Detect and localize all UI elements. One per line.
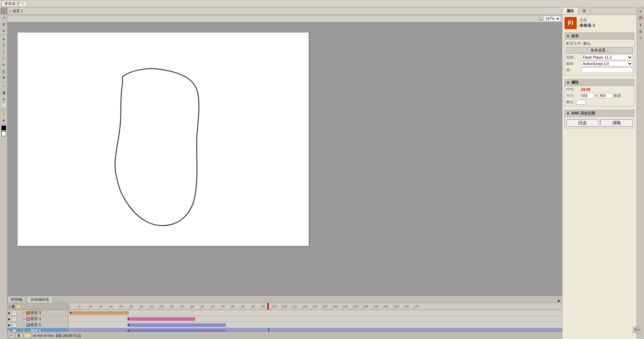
- tool-eraser[interactable]: ⬜: [1, 102, 7, 108]
- playhead-6: [268, 328, 269, 332]
- swf-section-header[interactable]: ▼ SWF 历史记录: [564, 110, 635, 117]
- layer-lock-4[interactable]: ·: [17, 317, 21, 321]
- layer-vis-3[interactable]: ●: [12, 311, 16, 315]
- tab-close[interactable]: ×: [22, 2, 24, 5]
- height-input[interactable]: [599, 93, 612, 98]
- fps-value: 24.00: [581, 87, 591, 91]
- layer-vis-5[interactable]: ●: [12, 323, 16, 327]
- tool-bone[interactable]: ⑃: [1, 83, 7, 89]
- timeline-ruler: [68, 303, 562, 310]
- frame-bar-6: [128, 330, 226, 332]
- layer-lock-5[interactable]: ·: [17, 323, 21, 327]
- timeline-content: + 🗑 📁 ▶ ● · □ 图层 3: [7, 303, 562, 332]
- target-select[interactable]: Flash Player 11.2: [581, 55, 633, 60]
- tool-zoom[interactable]: ⊕: [1, 117, 7, 123]
- timeline-collapse-icon[interactable]: ▲: [557, 298, 561, 303]
- tool-lasso[interactable]: ⌀: [1, 27, 7, 34]
- size-x-separator: x: [595, 93, 597, 98]
- tool-rect[interactable]: □: [1, 55, 7, 61]
- add-folder-btn[interactable]: 📁: [24, 333, 31, 338]
- publish-section: ▼ 发布 配置文件: 默认 发布设置... 目标: Flash Player 1…: [564, 33, 635, 76]
- layer-outline-4[interactable]: □: [22, 317, 26, 321]
- layer-name-6[interactable]: 图层 6: [30, 329, 67, 332]
- layer-name-4[interactable]: 图层 4: [30, 316, 67, 321]
- width-input[interactable]: [580, 93, 594, 98]
- scene-home-icon[interactable]: ⌂: [9, 9, 11, 14]
- zoom-select[interactable]: 50% 75% 100% 150% 197% 200% 300% 400%: [543, 16, 561, 21]
- tool-hand[interactable]: ✋: [1, 111, 7, 117]
- layer-expand-5[interactable]: ▶: [8, 323, 12, 327]
- new-layer-btn[interactable]: +: [9, 333, 14, 338]
- ri-properties-btn[interactable]: ≡: [638, 8, 644, 14]
- layer-row-3: ▶ ● · □ 图层 3: [7, 310, 68, 316]
- tool-subselect[interactable]: ↗: [1, 15, 7, 21]
- ri-library-btn[interactable]: 📚: [638, 15, 644, 21]
- tool-arrow[interactable]: ↖: [1, 8, 7, 14]
- canvas-area[interactable]: [7, 22, 562, 295]
- size-row: 大小: x 像素: [566, 93, 633, 98]
- size-label: 大小:: [566, 93, 580, 98]
- layer-outline-3[interactable]: □: [22, 311, 26, 315]
- layer-expand-4[interactable]: ▶: [8, 317, 12, 321]
- script-row: 脚本: ActionScript 3.0: [566, 61, 633, 66]
- script-select[interactable]: ActionScript 3.0: [581, 61, 633, 66]
- tool-deco[interactable]: ❋: [1, 75, 7, 81]
- document-tab[interactable]: 未命名-1* ×: [1, 1, 27, 7]
- stroke-color[interactable]: [1, 126, 6, 130]
- rp-tab-properties[interactable]: 属性: [562, 8, 578, 14]
- tool-pen[interactable]: ✒: [1, 36, 7, 42]
- swf-clear-btn[interactable]: 清除: [600, 119, 633, 127]
- add-folder-icon[interactable]: 📁: [16, 304, 21, 309]
- layer-expand-3[interactable]: ▶: [8, 311, 12, 315]
- frame-row-6[interactable]: [68, 328, 562, 332]
- timeline-area: 时间轴 动画编辑器 ▲ + 🗑 📁: [7, 295, 562, 339]
- layer-lock-6[interactable]: ·: [17, 329, 21, 332]
- toolbar-separator-1: [1, 35, 6, 35]
- tool-text[interactable]: T: [1, 42, 7, 48]
- properties-section-header[interactable]: ▼ 属性: [564, 79, 635, 86]
- swf-log-btn[interactable]: 日志: [566, 119, 599, 127]
- fill-color[interactable]: [1, 131, 6, 136]
- fl-logo: Fl: [564, 17, 577, 29]
- tool-brush[interactable]: ◫: [1, 68, 7, 74]
- layer-vis-4[interactable]: ●: [12, 317, 16, 321]
- tool-paint-bucket[interactable]: ◨: [1, 89, 7, 96]
- tab-timeline[interactable]: 时间轴: [7, 296, 26, 303]
- rp-tab-library[interactable]: 库: [578, 8, 591, 14]
- publish-settings-btn[interactable]: 发布设置...: [566, 47, 633, 54]
- target-row: 目标: Flash Player 11.2: [566, 55, 633, 60]
- doc-info: 文档 未命名-1: [579, 18, 595, 28]
- delete-layer-btn[interactable]: 🗑: [16, 333, 22, 338]
- tool-line[interactable]: ╱: [1, 49, 7, 55]
- layer-vis-6[interactable]: ●: [12, 329, 16, 332]
- frame-row-4[interactable]: [68, 316, 562, 322]
- layer-name-3[interactable]: 图层 3: [30, 310, 67, 315]
- frame-row-3[interactable]: [68, 310, 562, 316]
- keyframe-4-start: [128, 318, 129, 320]
- publish-section-header[interactable]: ▼ 发布: [564, 33, 635, 40]
- playback-controls: |◀ ◀ ▶ ▶| ▶▶: [32, 334, 54, 337]
- layer-outline-6[interactable]: ✎: [22, 329, 26, 332]
- ri-help-btn[interactable]: ?: [638, 35, 644, 41]
- tab-animation-editor[interactable]: 动画编辑器: [27, 296, 53, 303]
- ri-settings-btn[interactable]: ⚙: [638, 28, 644, 35]
- class-input[interactable]: [581, 67, 633, 73]
- add-layer-icon[interactable]: +: [9, 304, 11, 309]
- ri-info-btn[interactable]: ℹ: [638, 22, 644, 28]
- ruler-canvas: [68, 303, 562, 310]
- swf-section: ▼ SWF 历史记录 日志 清除: [564, 110, 635, 128]
- tool-pencil[interactable]: ✏: [1, 62, 7, 68]
- time-display: 4:11: [74, 334, 81, 338]
- tool-free-transform[interactable]: ⊞: [1, 21, 7, 27]
- tool-eyedropper[interactable]: ✦: [1, 96, 7, 102]
- stage-color-swatch[interactable]: [576, 100, 586, 105]
- profile-value: 默认: [583, 41, 591, 46]
- layer-outline-5[interactable]: □: [22, 323, 26, 327]
- stage: [18, 33, 309, 246]
- layer-name-5[interactable]: 图层 5: [30, 322, 67, 327]
- frame-row-5[interactable]: [68, 322, 562, 328]
- doc-logo-section: Fl 文档 未命名-1: [564, 17, 635, 29]
- delete-layer-icon[interactable]: 🗑: [12, 304, 15, 309]
- layer-lock-3[interactable]: ·: [17, 311, 21, 315]
- properties-collapse-icon: ▼: [566, 81, 570, 85]
